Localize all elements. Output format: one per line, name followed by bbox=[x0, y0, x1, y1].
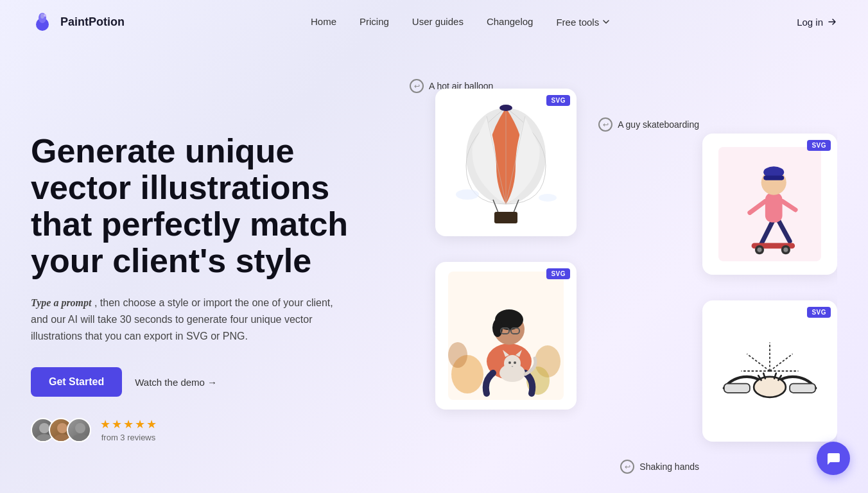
svg-point-4 bbox=[39, 423, 49, 433]
illustration-area: ↩ A hot air balloon SVG bbox=[365, 69, 837, 493]
watch-demo-button[interactable]: Watch the demo → bbox=[135, 377, 217, 388]
reviews-count: from 3 reviews bbox=[101, 433, 156, 442]
svg-point-18 bbox=[456, 189, 479, 200]
nav-links: Home Pricing User guides Changelog Free … bbox=[311, 16, 611, 28]
skater-illustration bbox=[718, 146, 821, 262]
svg-point-51 bbox=[514, 361, 516, 364]
login-link[interactable]: Log in bbox=[797, 17, 837, 28]
prompt-skater: ↩ A guy skateboarding bbox=[598, 117, 699, 132]
nav-changelog[interactable]: Changelog bbox=[487, 16, 534, 27]
hero-subtitle: Type a prompt , then choose a style or i… bbox=[31, 295, 339, 344]
svg-point-38 bbox=[448, 342, 467, 368]
avatar bbox=[67, 418, 91, 442]
skater-card: SVG bbox=[702, 134, 837, 275]
logo[interactable]: PaintPotion bbox=[31, 10, 125, 33]
mic-icon: ↩ bbox=[410, 79, 424, 93]
navbar: PaintPotion Home Pricing User guides Cha… bbox=[0, 0, 868, 44]
hero-buttons: Get Started Watch the demo → bbox=[31, 367, 365, 397]
hero-title: Generate unique vector illustrations tha… bbox=[31, 133, 365, 280]
svg-badge: SVG bbox=[546, 95, 570, 106]
svg-point-19 bbox=[539, 194, 557, 202]
nav-user-guides[interactable]: User guides bbox=[412, 16, 464, 27]
nav-home[interactable]: Home bbox=[311, 16, 336, 27]
svg-rect-26 bbox=[763, 176, 784, 180]
reviewer-avatars bbox=[31, 418, 91, 442]
balloon-card: SVG bbox=[435, 89, 577, 236]
girl-card: SVG bbox=[435, 262, 577, 410]
svg-rect-23 bbox=[765, 193, 783, 222]
svg-rect-60 bbox=[790, 384, 815, 393]
chat-icon bbox=[826, 451, 841, 466]
balloon-illustration bbox=[448, 98, 564, 227]
svg-point-47 bbox=[504, 355, 521, 372]
nav-free-tools[interactable]: Free tools bbox=[556, 17, 611, 28]
reviews-section: ★ ★ ★ ★ ★ from 3 reviews bbox=[31, 417, 365, 442]
arrow-right-icon bbox=[827, 17, 837, 27]
svg-point-58 bbox=[754, 377, 786, 397]
svg-rect-59 bbox=[724, 384, 750, 393]
svg-point-17 bbox=[499, 105, 512, 111]
chat-button[interactable] bbox=[817, 442, 850, 475]
main-content: Generate unique vector illustrations tha… bbox=[0, 44, 868, 493]
svg-rect-16 bbox=[494, 212, 517, 223]
logo-text: PaintPotion bbox=[60, 15, 125, 29]
hero-section: Generate unique vector illustrations tha… bbox=[31, 69, 365, 493]
girl-illustration bbox=[448, 272, 564, 400]
svg-point-2 bbox=[40, 13, 44, 19]
svg-badge: SVG bbox=[546, 268, 570, 279]
svg-badge: SVG bbox=[807, 307, 831, 318]
svg-point-3 bbox=[44, 14, 46, 17]
nav-pricing[interactable]: Pricing bbox=[360, 16, 389, 27]
handshake-illustration bbox=[718, 320, 821, 422]
mic-icon-2: ↩ bbox=[598, 117, 612, 132]
prompt-handshake: ↩ Shaking hands bbox=[620, 460, 699, 474]
svg-point-32 bbox=[757, 248, 761, 252]
star-rating: ★ ★ ★ ★ ★ from 3 reviews bbox=[100, 417, 157, 442]
mic-icon-3: ↩ bbox=[620, 460, 634, 474]
svg-point-50 bbox=[508, 361, 511, 364]
svg-point-6 bbox=[57, 423, 67, 433]
get-started-button[interactable]: Get Started bbox=[31, 367, 122, 397]
svg-badge: SVG bbox=[807, 140, 831, 151]
svg-point-9 bbox=[72, 434, 89, 442]
svg-point-33 bbox=[783, 248, 788, 252]
handshake-card: SVG bbox=[702, 300, 837, 442]
chevron-down-icon bbox=[602, 17, 611, 26]
svg-point-42 bbox=[492, 319, 503, 337]
svg-point-8 bbox=[75, 423, 85, 433]
logo-icon bbox=[31, 10, 54, 33]
